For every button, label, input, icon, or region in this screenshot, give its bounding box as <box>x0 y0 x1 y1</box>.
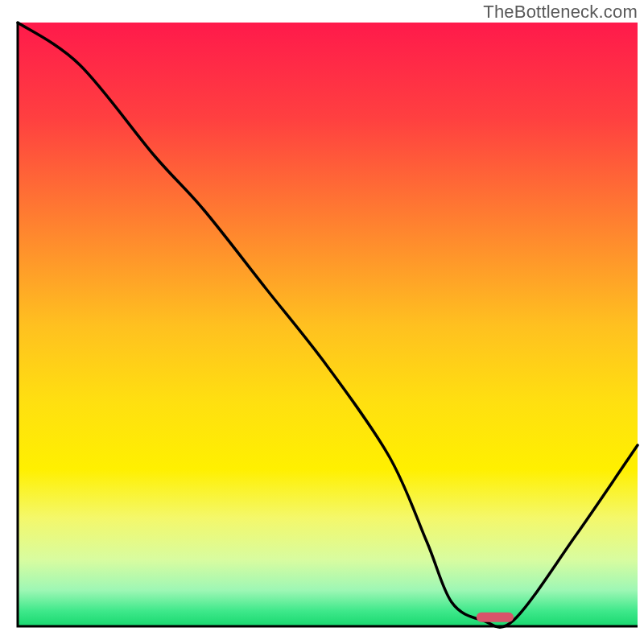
watermark-label: TheBottleneck.com <box>483 2 638 23</box>
optimal-marker <box>477 613 514 622</box>
chart-canvas <box>0 0 644 644</box>
chart-frame: TheBottleneck.com <box>0 0 644 644</box>
plot-background <box>18 23 638 626</box>
